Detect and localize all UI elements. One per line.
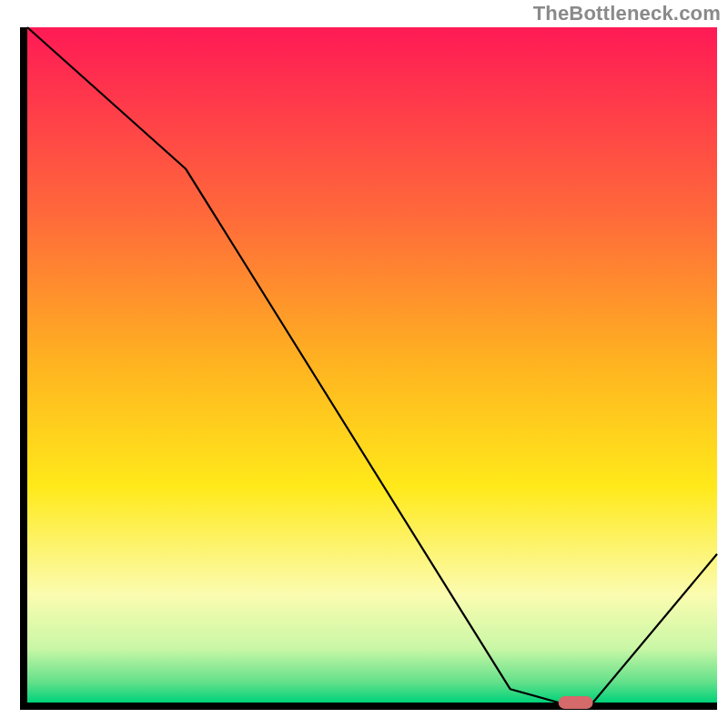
optimum-marker: [559, 696, 593, 709]
plot-background: [27, 27, 717, 703]
y-axis: [20, 27, 27, 710]
watermark-label: TheBottleneck.com: [533, 2, 721, 25]
bottleneck-chart: TheBottleneck.com: [0, 0, 728, 728]
x-axis: [20, 703, 717, 710]
chart-canvas: [0, 0, 728, 728]
